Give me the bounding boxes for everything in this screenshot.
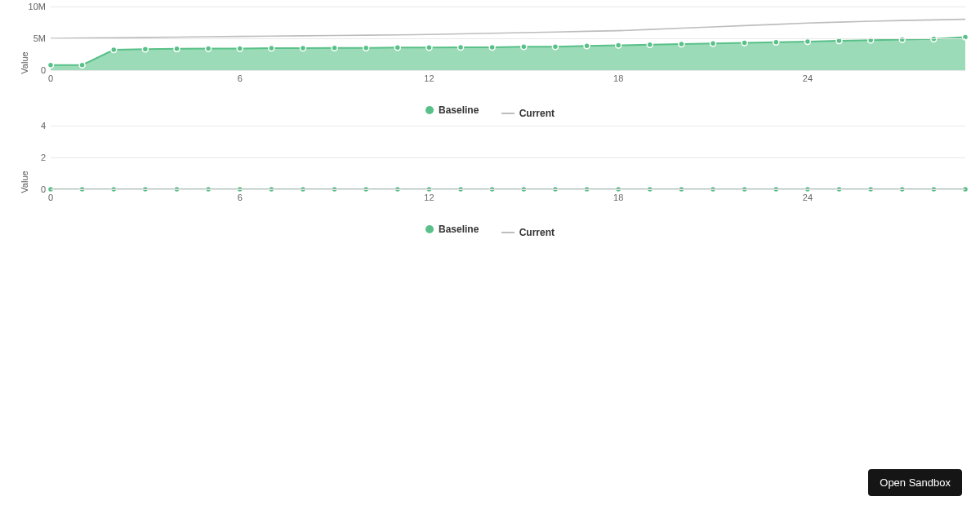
gridline: [51, 126, 965, 126]
x-axis-ticks: 06121824: [51, 73, 965, 86]
plot-area: 024: [51, 126, 965, 189]
x-tick-label: 6: [238, 73, 243, 83]
svg-point-19: [647, 42, 653, 47]
svg-point-10: [363, 45, 369, 51]
y-tick-label: 10M: [29, 2, 51, 11]
x-axis-ticks: 06121824: [51, 193, 965, 206]
chart-legend: Baseline Current: [15, 104, 965, 119]
x-tick-label: 12: [424, 73, 434, 83]
svg-point-3: [142, 47, 148, 52]
x-tick-label: 6: [238, 193, 243, 202]
y-tick-label: 4: [41, 121, 51, 131]
svg-point-14: [489, 44, 495, 50]
svg-point-16: [552, 44, 558, 50]
legend-current-swatch: [501, 113, 514, 114]
legend-current: Current: [501, 227, 555, 238]
x-tick-label: 18: [613, 73, 623, 83]
gridline: [51, 189, 965, 190]
legend-current-label: Current: [519, 227, 555, 238]
svg-point-6: [237, 46, 243, 51]
x-tick-label: 24: [803, 193, 813, 202]
svg-point-9: [332, 45, 337, 51]
y-axis-label: Value: [20, 51, 29, 73]
svg-point-5: [206, 46, 212, 51]
legend-baseline-label: Baseline: [439, 104, 479, 116]
gridline: [51, 157, 965, 158]
y-tick-label: 2: [41, 153, 51, 162]
chart-2: Value 024 06121824 Baseline Current: [15, 126, 965, 238]
svg-point-11: [394, 45, 400, 51]
svg-point-8: [300, 46, 305, 51]
x-tick-label: 12: [424, 193, 434, 202]
x-tick-label: 0: [48, 73, 53, 83]
legend-current-swatch: [501, 232, 514, 233]
open-sandbox-label: Open Sandbox: [880, 476, 951, 489]
svg-point-1: [79, 62, 85, 68]
svg-point-4: [174, 46, 180, 51]
svg-point-17: [584, 43, 590, 49]
y-tick-label: 5M: [33, 33, 51, 43]
svg-point-12: [426, 45, 432, 51]
legend-baseline-swatch: [425, 225, 434, 233]
svg-point-18: [616, 42, 621, 48]
gridline: [51, 38, 965, 39]
legend-baseline: Baseline: [425, 224, 479, 235]
svg-point-2: [111, 47, 117, 53]
gridline: [51, 70, 965, 71]
svg-point-20: [679, 42, 684, 47]
x-tick-label: 24: [803, 73, 813, 83]
legend-current-label: Current: [519, 108, 555, 119]
svg-point-22: [742, 40, 747, 46]
x-tick-label: 0: [48, 193, 53, 202]
chart-legend: Baseline Current: [15, 224, 965, 238]
svg-point-23: [773, 39, 779, 45]
gridline: [51, 7, 965, 7]
svg-point-21: [710, 41, 716, 47]
svg-point-13: [458, 44, 464, 50]
legend-baseline: Baseline: [425, 104, 479, 116]
legend-baseline-label: Baseline: [439, 224, 479, 235]
y-axis-label: Value: [20, 171, 29, 193]
svg-point-7: [269, 46, 274, 51]
svg-point-24: [804, 38, 810, 44]
svg-point-15: [521, 44, 527, 50]
plot-area: 05M10M: [51, 7, 965, 70]
open-sandbox-button[interactable]: Open Sandbox: [868, 469, 962, 496]
legend-baseline-swatch: [425, 106, 434, 114]
legend-current: Current: [501, 108, 555, 119]
chart-1: Value 05M10M 06121824 Baseline Current: [15, 7, 965, 119]
x-tick-label: 18: [613, 193, 623, 202]
